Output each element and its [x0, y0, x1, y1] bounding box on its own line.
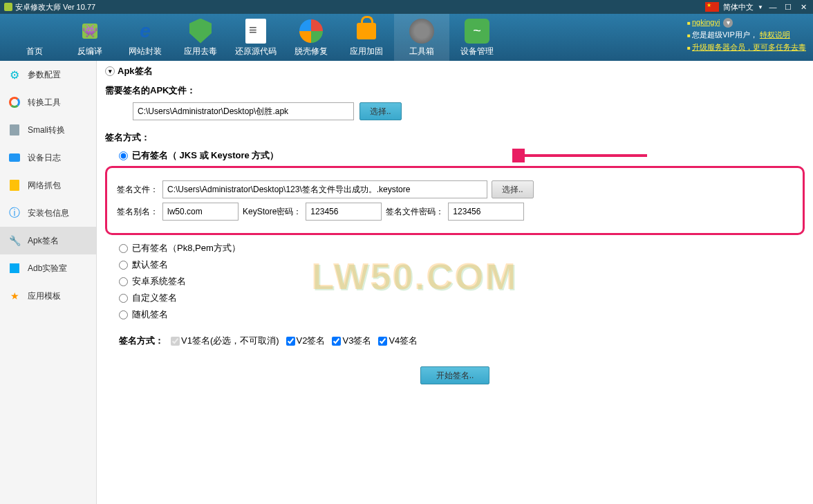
- sidebar-item-smali[interactable]: Smali转换: [0, 116, 96, 144]
- network-icon: [10, 180, 19, 191]
- toolbar-unpack-repair[interactable]: 脱壳修复: [283, 14, 339, 61]
- ie-icon: e: [132, 18, 158, 44]
- select-apk-button[interactable]: 选择..: [359, 102, 402, 120]
- keystore-pwd-input[interactable]: [306, 203, 382, 221]
- username-link[interactable]: ngkingyi: [692, 18, 720, 26]
- radio-custom[interactable]: [119, 294, 128, 303]
- radio-jks[interactable]: [119, 151, 128, 160]
- apk-file-label: 需要签名的APK文件：: [105, 84, 805, 97]
- package-icon: ⓘ: [8, 207, 21, 219]
- adb-icon: [10, 263, 19, 273]
- lang-label[interactable]: 简体中文: [723, 2, 754, 12]
- upgrade-link[interactable]: 升级服务器会员，更可多任务去毒: [692, 43, 806, 51]
- radio-pk8[interactable]: [119, 244, 128, 253]
- toolbar-antivirus[interactable]: 应用去毒: [173, 14, 228, 61]
- toolbar-app-harden[interactable]: 应用加固: [339, 14, 394, 61]
- sidebar-item-adb-lab[interactable]: Adb实验室: [0, 254, 96, 282]
- repair-icon: [299, 19, 323, 43]
- sidebar-item-apk-sign[interactable]: 🔧 Apk签名: [0, 227, 96, 254]
- smali-icon: [10, 124, 19, 136]
- sidebar-item-config[interactable]: ⚙ 参数配置: [0, 61, 96, 88]
- flag-icon: [705, 2, 719, 12]
- main-toolbar: 首页 反编译 e 网站封装 应用去毒 还原源代码 脱壳修复 应用加固 工具箱 设…: [0, 14, 813, 61]
- device-icon: [465, 19, 489, 44]
- toolbar-decompile[interactable]: 反编译: [62, 14, 118, 61]
- sidebar: ⚙ 参数配置 转换工具 Smali转换 设备日志 网络抓包 ⓘ 安装包信息 🔧 …: [0, 61, 97, 504]
- start-sign-button[interactable]: 开始签名..: [420, 366, 490, 384]
- checkbox-v1: [171, 337, 180, 346]
- checkbox-v3[interactable]: [332, 337, 341, 346]
- code-icon: [245, 19, 266, 44]
- sign-mode-label: 签名方式：: [105, 131, 805, 144]
- checkbox-v4[interactable]: [378, 337, 387, 346]
- section-header: ▾ Apk签名: [105, 65, 805, 77]
- alias-input[interactable]: [162, 203, 239, 221]
- sidebar-item-templates[interactable]: ★ 应用模板: [0, 282, 96, 310]
- radio-random[interactable]: [119, 310, 128, 319]
- toolbar-device-mgmt[interactable]: 设备管理: [449, 14, 505, 61]
- alias-label: 签名别名：: [114, 206, 158, 218]
- toolbox-icon: [409, 19, 434, 44]
- toolbar-home[interactable]: 首页: [7, 14, 62, 61]
- wrench-icon: 🔧: [8, 234, 21, 247]
- log-icon: [9, 153, 20, 162]
- radio-android-system[interactable]: [119, 277, 128, 286]
- apk-path-input[interactable]: [133, 102, 354, 120]
- sidebar-item-convert[interactable]: 转换工具: [0, 88, 96, 116]
- toolbar-toolbox[interactable]: 工具箱: [394, 14, 449, 61]
- maximize-button[interactable]: ☐: [783, 1, 794, 12]
- chevron-down-icon[interactable]: ▾: [105, 66, 115, 76]
- sidebar-item-network[interactable]: 网络抓包: [0, 171, 96, 199]
- sign-file-input[interactable]: [162, 180, 487, 198]
- toolbar-restore-source[interactable]: 还原源代码: [228, 14, 283, 61]
- convert-icon: [9, 97, 20, 108]
- gear-icon: ⚙: [8, 68, 21, 81]
- decompile-icon: [82, 24, 97, 39]
- lock-icon: [357, 23, 376, 39]
- radio-default[interactable]: [119, 261, 128, 270]
- sign-file-label: 签名文件：: [114, 184, 158, 196]
- select-signfile-button[interactable]: 选择..: [492, 180, 534, 198]
- user-badge-icon[interactable]: ▾: [723, 18, 733, 28]
- toolbar-web-wrap[interactable]: e 网站封装: [118, 14, 173, 61]
- scheme-label: 签名方式：: [119, 335, 164, 347]
- minimize-button[interactable]: —: [767, 1, 778, 12]
- close-button[interactable]: ✕: [798, 1, 809, 12]
- user-panel: ngkingyi ▾ 您是超级VIP用户， 特权说明 升级服务器会员，更可多任务…: [687, 17, 806, 54]
- red-arrow-annotation: [512, 149, 651, 162]
- privilege-link[interactable]: 特权说明: [760, 30, 790, 39]
- shield-icon: [189, 19, 212, 44]
- sidebar-item-logs[interactable]: 设备日志: [0, 144, 96, 171]
- keystore-pwd-label: KeyStore密码：: [243, 206, 301, 218]
- checkbox-v2[interactable]: [286, 337, 295, 346]
- titlebar: 安卓修改大师 Ver 10.77 简体中文 ▼ — ☐ ✕: [0, 0, 813, 14]
- sign-pwd-input[interactable]: [448, 203, 524, 221]
- star-icon: ★: [8, 290, 21, 302]
- app-title: 安卓修改大师 Ver 10.77: [15, 2, 95, 12]
- sign-pwd-label: 签名文件密码：: [386, 206, 444, 218]
- app-icon: [4, 3, 12, 11]
- content-area: ▾ Apk签名 需要签名的APK文件： 选择.. 签名方式： 已有签名（ JKS…: [97, 61, 813, 504]
- jks-details-box: 签名文件： 选择.. 签名别名： KeyStore密码： 签名文件密码：: [105, 166, 805, 235]
- sidebar-item-pkg-info[interactable]: ⓘ 安装包信息: [0, 199, 96, 227]
